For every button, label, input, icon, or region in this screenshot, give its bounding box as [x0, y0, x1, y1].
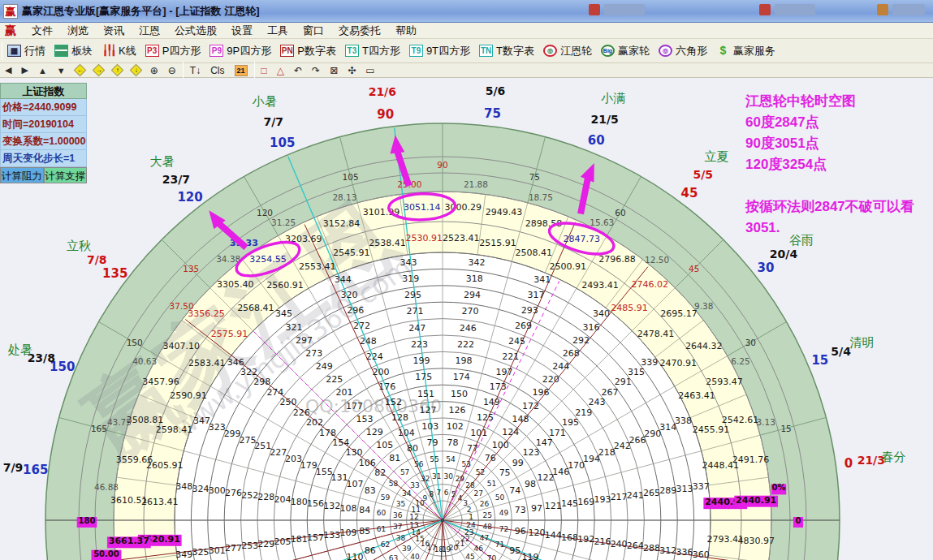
calc-support-button[interactable]: 计算支撑 [44, 167, 88, 183]
menu-item-5[interactable]: 设置 [224, 24, 260, 38]
svg-text:129: 129 [366, 427, 383, 437]
tool-shift-right[interactable]: → [89, 63, 108, 78]
tool-fit-tool[interactable]: ✣ [343, 63, 361, 78]
menu-item-1[interactable]: 浏览 [60, 24, 96, 38]
menu-item-8[interactable]: 交易委托 [331, 24, 388, 38]
calendar-icon: 21 [235, 65, 248, 76]
svg-text:45: 45 [689, 264, 699, 274]
svg-text:43.75: 43.75 [107, 417, 132, 427]
toolbar-button-quotes[interactable]: ▦行情 [4, 42, 51, 60]
svg-text:23: 23 [464, 528, 473, 536]
toolbar-button-winner-wheel[interactable]: Big赢家轮 [598, 42, 655, 60]
titlebar-artifact [604, 4, 645, 15]
svg-text:5/6: 5/6 [486, 84, 506, 97]
tool-shift-up[interactable]: ↑ [108, 63, 127, 78]
tool-shift-left[interactable]: ← [71, 63, 89, 78]
toolbar-button-p-table[interactable]: PNP数字表 [277, 42, 342, 60]
svg-text:253: 253 [241, 541, 258, 551]
svg-text:26: 26 [480, 500, 490, 508]
svg-text:205: 205 [274, 536, 292, 547]
svg-text:2515.91: 2515.91 [479, 238, 516, 248]
tool-cls[interactable]: Cls [205, 63, 229, 78]
svg-text:3254.55: 3254.55 [249, 254, 287, 265]
svg-text:294: 294 [464, 290, 481, 300]
svg-text:4: 4 [458, 494, 463, 502]
svg-text:79: 79 [426, 437, 438, 448]
menu-item-7[interactable]: 窗口 [296, 24, 331, 38]
svg-text:347: 347 [193, 416, 210, 426]
menu-item-2[interactable]: 资讯 [96, 24, 132, 38]
tool-nav-down[interactable]: ▼ [52, 63, 71, 78]
svg-text:58: 58 [389, 480, 399, 488]
tool-triangle-tool[interactable]: △ [272, 63, 289, 78]
svg-text:2440.91: 2440.91 [736, 495, 776, 506]
tool-rotate-cw[interactable]: ↷ [307, 63, 325, 78]
price-row: 价格=2440.9099 [0, 99, 87, 116]
toolbar-button-winner-service[interactable]: $赢家服务 [713, 42, 781, 60]
tool-xbox-tool[interactable]: ⊠ [325, 63, 343, 78]
svg-text:276: 276 [225, 488, 242, 498]
toolbar-button-9p-square[interactable]: P99P四方形 [206, 42, 277, 60]
svg-text:179: 179 [300, 460, 317, 471]
svg-text:120: 120 [177, 190, 202, 205]
tool-t-down[interactable]: T↓ [185, 63, 205, 78]
menu-item-4[interactable]: 公式选股 [167, 24, 224, 38]
svg-text:240: 240 [611, 539, 628, 549]
toolbar-button-hexagon[interactable]: ◎六角形 [655, 42, 713, 60]
svg-text:228: 228 [257, 492, 274, 502]
tool-board-tool[interactable]: ▭ [361, 63, 379, 78]
toolbar-button-p-square[interactable]: P3P四方形 [142, 42, 207, 60]
calc-resistance-button[interactable]: 计算阻力 [0, 167, 44, 183]
svg-text:200: 200 [372, 367, 389, 377]
svg-text:301: 301 [209, 545, 226, 556]
toolbar-button-9t-square[interactable]: T99T四方形 [406, 42, 476, 60]
toolbar-button-kline[interactable]: ╽╿╽K线 [98, 42, 142, 60]
svg-text:105: 105 [343, 172, 359, 182]
svg-text:15: 15 [811, 353, 828, 368]
tool-shift-down[interactable]: ↓ [127, 63, 145, 78]
toolbar-button-t-square[interactable]: T3T四方形 [342, 42, 406, 60]
toolbar-button-t-table[interactable]: TNT数字表 [476, 42, 540, 60]
svg-text:2455.91: 2455.91 [693, 424, 730, 435]
tool-zoom-out[interactable]: ⊖ [163, 63, 181, 78]
titlebar-artifact [589, 4, 600, 15]
tool-nav-up[interactable]: ▲ [33, 63, 52, 78]
svg-text:273: 273 [305, 348, 322, 359]
menu-logo-icon: 赢 [5, 24, 16, 38]
svg-text:323: 323 [209, 422, 226, 433]
menu-item-0[interactable]: 文件 [24, 24, 60, 38]
tool-square-tool[interactable]: □ [257, 63, 272, 78]
tool-calendar-21[interactable]: 21 [230, 63, 253, 78]
titlebar-artifact [775, 4, 815, 15]
svg-text:51: 51 [487, 480, 496, 488]
toolbar-button-gann-wheel[interactable]: ◎江恩轮 [540, 42, 598, 60]
menu-item-3[interactable]: 江恩 [132, 24, 167, 38]
svg-text:229: 229 [257, 539, 274, 549]
svg-text:83: 83 [365, 485, 376, 496]
svg-text:227: 227 [270, 447, 287, 458]
menu-item-9[interactable]: 帮助 [388, 24, 424, 38]
svg-text:324: 324 [192, 484, 209, 494]
svg-text:24: 24 [466, 521, 476, 529]
tool-rotate-ccw[interactable]: ↶ [289, 63, 307, 78]
tool-nav-left[interactable]: ◀ [0, 63, 16, 78]
menu-item-6[interactable]: 工具 [260, 24, 296, 38]
svg-text:219: 219 [575, 407, 592, 418]
tool-nav-right[interactable]: ▶ [16, 63, 32, 78]
svg-text:36: 36 [393, 511, 403, 519]
hexagon-icon: ◎ [659, 45, 672, 57]
tool-zoom-in[interactable]: ⊕ [145, 63, 163, 78]
sectors-icon [54, 45, 68, 57]
toolbar-button-sectors[interactable]: 板块 [51, 42, 98, 60]
main-toolbar: ▦行情板块╽╿╽K线P3P四方形P99P四方形PNP数字表T3T四方形T99T四… [0, 39, 933, 63]
svg-text:107: 107 [346, 479, 363, 489]
svg-text:74: 74 [509, 485, 520, 496]
svg-text:2583.41: 2583.41 [188, 358, 226, 368]
svg-text:3661.37: 3661.37 [109, 536, 149, 546]
svg-text:293: 293 [521, 305, 538, 316]
svg-text:20/4: 20/4 [770, 248, 798, 261]
svg-text:81: 81 [389, 453, 400, 463]
svg-text:25: 25 [483, 511, 492, 519]
svg-text:春分: 春分 [882, 450, 906, 464]
svg-text:45: 45 [680, 186, 698, 200]
